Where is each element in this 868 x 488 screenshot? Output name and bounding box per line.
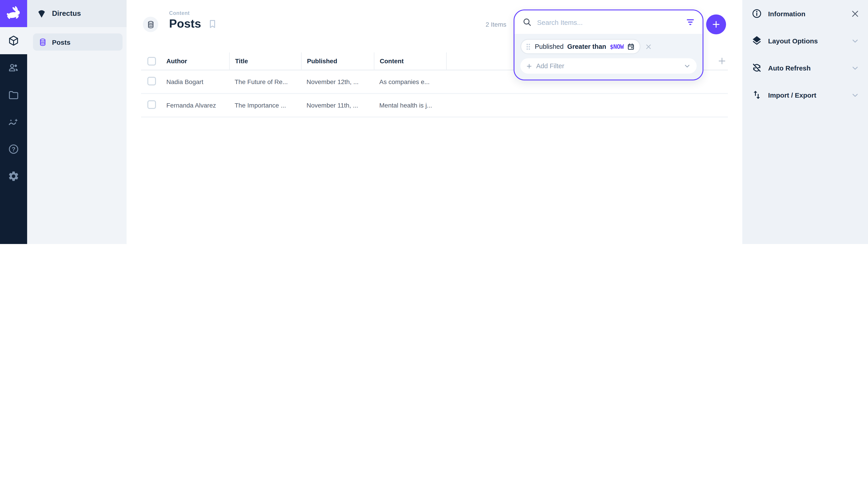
column-header-author[interactable]: Author (161, 53, 229, 70)
module-bar: ? (0, 0, 27, 244)
title-block: Content Posts (169, 10, 217, 30)
close-icon[interactable] (850, 9, 860, 18)
column-header-title[interactable]: Title (229, 53, 301, 70)
module-content[interactable] (0, 27, 27, 54)
chevron-down-icon[interactable] (850, 63, 860, 72)
project-fan-icon (36, 8, 47, 19)
svg-text:?: ? (12, 146, 16, 153)
sidebar-item-label: Import / Export (768, 91, 844, 99)
app-root: ? Directus (0, 0, 868, 244)
filter-list-icon[interactable] (685, 17, 695, 27)
sidebar-item-information[interactable]: Information (742, 0, 868, 27)
search-filter-panel: Published Greater than $NOW (514, 9, 704, 80)
remove-filter-icon[interactable] (645, 43, 653, 51)
project-name: Directus (52, 9, 81, 18)
sync-disabled-icon (751, 62, 762, 73)
swap-vert-icon (751, 90, 762, 100)
filter-value: $NOW (610, 43, 624, 50)
cell-content: As companies e... (374, 78, 446, 86)
help-icon: ? (8, 143, 20, 155)
column-header-content[interactable]: Content (374, 53, 446, 70)
add-filter-label: Add Filter (536, 62, 564, 70)
gear-icon (8, 170, 20, 182)
row-checkbox[interactable] (147, 100, 156, 109)
nav-item-posts[interactable]: Posts (33, 33, 123, 51)
plus-icon (711, 20, 721, 29)
info-icon (751, 8, 762, 19)
right-sidebar: Information Layout Options Auto Refres (742, 0, 868, 244)
sidebar-item-label: Layout Options (768, 37, 844, 44)
module-files[interactable] (0, 81, 27, 108)
nav-sidebar: Directus Posts (27, 0, 127, 244)
people-icon (8, 62, 20, 74)
sidebar-item-auto-refresh[interactable]: Auto Refresh (742, 54, 868, 81)
nav-item-label: Posts (52, 38, 70, 46)
table-row[interactable]: Fernanda Alvarez The Importance ... Nove… (141, 94, 728, 118)
chevron-down-icon[interactable] (850, 36, 860, 45)
directus-logo-button[interactable] (0, 0, 27, 27)
sidebar-item-import-export[interactable]: Import / Export (742, 81, 868, 108)
sidebar-item-layout-options[interactable]: Layout Options (742, 27, 868, 54)
sidebar-item-label: Auto Refresh (768, 64, 844, 72)
search-row (515, 10, 703, 34)
add-filter-button[interactable]: Add Filter (520, 58, 697, 74)
plus-icon (717, 56, 727, 66)
cell-author: Fernanda Alvarez (161, 102, 229, 109)
calendar-icon (627, 43, 635, 51)
filter-operator: Greater than (567, 43, 606, 50)
module-insights[interactable] (0, 108, 27, 135)
cube-icon (8, 35, 20, 46)
select-all-checkbox[interactable] (147, 57, 156, 65)
cell-author: Nadia Bogart (161, 78, 229, 86)
chevron-down-icon[interactable] (850, 90, 860, 100)
filter-pill[interactable]: Published Greater than $NOW (520, 39, 641, 54)
cell-title: The Importance ... (229, 102, 301, 109)
folder-icon (8, 89, 20, 101)
chart-sparkle-icon (8, 116, 20, 128)
cell-content: Mental health is j... (374, 102, 446, 109)
column-header-published[interactable]: Published (301, 53, 374, 70)
cell-title: The Future of Re... (229, 78, 301, 86)
row-checkbox[interactable] (147, 77, 156, 86)
cell-published: November 11th, ... (301, 102, 374, 109)
create-item-button[interactable] (706, 14, 726, 34)
collection-icon-circle (143, 17, 158, 32)
project-header[interactable]: Directus (27, 0, 127, 27)
layers-icon (751, 35, 762, 46)
main-content: Content Posts 2 Items Author Ti (127, 0, 742, 244)
module-help[interactable]: ? (0, 135, 27, 163)
page-title: Posts (169, 17, 201, 30)
directus-rabbit-icon (4, 4, 23, 23)
chevron-down-icon (683, 62, 691, 70)
module-users[interactable] (0, 54, 27, 81)
breadcrumb[interactable]: Content (169, 10, 217, 16)
search-icon (522, 17, 532, 27)
database-icon (38, 38, 47, 46)
module-settings[interactable] (0, 163, 27, 190)
plus-icon (526, 63, 532, 69)
filter-field: Published (535, 43, 563, 50)
database-icon (146, 20, 155, 29)
items-count: 2 Items (486, 0, 506, 49)
add-column-button[interactable] (717, 56, 727, 66)
drag-handle-icon[interactable] (525, 43, 531, 51)
filter-body: Published Greater than $NOW (515, 34, 703, 79)
sidebar-item-label: Information (768, 10, 844, 18)
cell-published: November 12th, ... (301, 78, 374, 86)
search-input[interactable] (537, 18, 680, 26)
bookmark-icon[interactable] (208, 19, 217, 29)
